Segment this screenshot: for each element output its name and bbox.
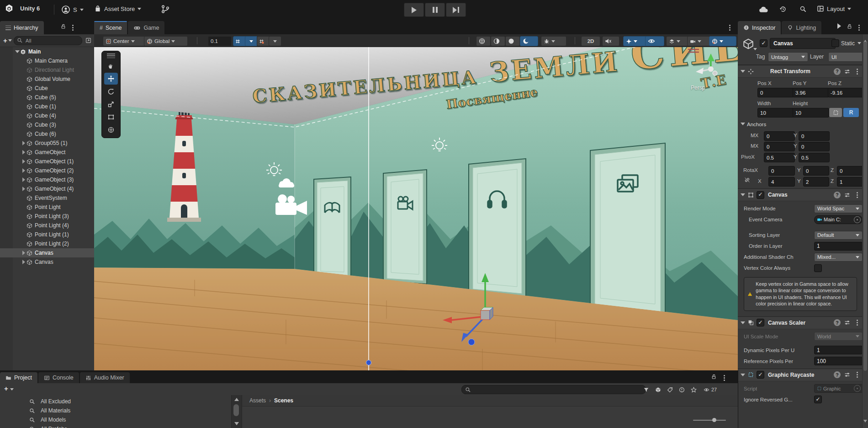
canvas-scaler-header[interactable]: ✓ Canvas Scaler ? <box>738 317 863 329</box>
foldout-icon[interactable] <box>21 168 26 173</box>
camera-settings-dropdown[interactable] <box>687 36 712 46</box>
pivot-mode-dropdown[interactable]: Center <box>103 36 147 46</box>
hidden-count-badge[interactable]: 27 <box>704 385 717 394</box>
hierarchy-search-input[interactable] <box>25 37 79 44</box>
script-object-field[interactable]: Graphic <box>814 384 863 393</box>
rotation-z-field[interactable]: 0 <box>837 166 863 176</box>
hierarchy-item[interactable]: Canvas <box>0 248 94 257</box>
active-checkbox[interactable]: ✓ <box>760 39 767 47</box>
account-menu[interactable]: S <box>61 5 84 14</box>
raw-edit-mode-button[interactable]: R <box>843 108 859 117</box>
next-tab-icon[interactable] <box>837 23 841 29</box>
shading-solid-button[interactable] <box>505 36 520 46</box>
event-camera-object-field[interactable]: Main C: <box>814 215 863 224</box>
search-by-label-icon[interactable] <box>665 385 674 394</box>
sorting-layer-dropdown[interactable]: Default <box>814 231 863 240</box>
chevron-down-icon[interactable] <box>8 39 12 42</box>
2d-toggle-button[interactable]: 2D <box>581 36 600 46</box>
hierarchy-item[interactable]: Cube <box>0 84 94 93</box>
hierarchy-item[interactable]: Cube (3) <box>0 120 94 129</box>
foldout-icon[interactable] <box>741 374 745 376</box>
pivot-y-field[interactable]: 0.5 <box>799 153 830 162</box>
rotate-tool-button[interactable] <box>104 86 118 97</box>
gizmos-dropdown[interactable] <box>709 36 736 46</box>
hierarchy-item[interactable]: Point Light (4) <box>0 221 94 230</box>
kebab-menu-icon[interactable] <box>854 318 861 327</box>
kebab-menu-icon[interactable] <box>854 67 861 76</box>
version-control-icon[interactable] <box>161 5 170 14</box>
scroll-down-icon[interactable] <box>234 422 239 425</box>
graphic-raycaster-header[interactable]: ✓ Graphic Raycaste ? <box>738 369 863 381</box>
saved-search-item[interactable]: All Prefabs <box>0 424 231 428</box>
breadcrumb-current[interactable]: Scenes <box>274 397 293 404</box>
hierarchy-item[interactable]: Cube (1) <box>0 102 94 111</box>
hierarchy-item[interactable]: Cube (5) <box>0 93 94 102</box>
kebab-menu-icon[interactable] <box>726 23 733 32</box>
lock-icon[interactable] <box>847 23 852 31</box>
hierarchy-item[interactable]: Point Light (1) <box>0 230 94 239</box>
width-field[interactable]: 10 <box>757 108 794 118</box>
foldout-icon[interactable] <box>21 259 26 265</box>
additional-shader-dropdown[interactable]: Mixed... <box>814 253 863 262</box>
scrollbar-thumb[interactable] <box>233 404 239 416</box>
scale-x-field[interactable]: 4 <box>768 177 795 187</box>
create-asset-button[interactable]: + <box>1 385 9 392</box>
saved-search-item[interactable]: All Models <box>0 415 231 424</box>
hierarchy-item[interactable]: Point Light (3) <box>0 212 94 221</box>
perspective-label[interactable]: Persp <box>691 85 705 91</box>
save-search-star-icon[interactable] <box>689 385 698 394</box>
rect-tool-button[interactable] <box>104 111 118 123</box>
lighting-toggle-button[interactable] <box>520 36 538 46</box>
search-scope-icon[interactable] <box>84 37 92 45</box>
order-in-layer-field[interactable]: 1 <box>814 242 863 251</box>
chevron-down-icon[interactable] <box>753 48 757 50</box>
favorites-scrollbar[interactable] <box>231 395 242 428</box>
search-by-type-icon[interactable] <box>641 385 651 394</box>
asset-store-menu[interactable]: Asset Store <box>94 5 141 12</box>
dynamic-pixels-field[interactable]: 1 <box>814 346 863 354</box>
kebab-menu-icon[interactable] <box>721 373 728 383</box>
tag-dropdown[interactable]: Untagg <box>768 52 808 62</box>
packages-icon[interactable] <box>653 385 662 394</box>
foldout-icon[interactable] <box>741 321 745 324</box>
ui-scale-mode-dropdown[interactable]: World <box>814 332 863 341</box>
hierarchy-item[interactable]: GameObject (3) <box>0 175 94 184</box>
presets-icon[interactable] <box>844 192 850 198</box>
tab-game[interactable]: Game <box>128 21 164 34</box>
rect-transform-header[interactable]: Rect Transform ? <box>738 65 863 78</box>
foldout-icon[interactable] <box>21 250 26 256</box>
anchor-min-y-field[interactable]: 0 <box>799 131 830 141</box>
kebab-menu-icon[interactable] <box>856 23 863 32</box>
vertex-color-checkbox[interactable] <box>814 264 822 272</box>
tab-audio-mixer[interactable]: Audio Mixer <box>80 372 130 383</box>
step-button[interactable] <box>446 3 466 17</box>
scale-tool-button[interactable] <box>104 98 118 110</box>
hierarchy-item[interactable]: Cube (6) <box>0 129 94 139</box>
project-zoom-slider[interactable] <box>693 418 726 423</box>
audio-mute-icon[interactable] <box>602 36 619 46</box>
component-enabled-checkbox[interactable]: ✓ <box>757 319 764 326</box>
pause-button[interactable] <box>425 3 445 17</box>
project-search[interactable] <box>461 385 646 394</box>
foldout-icon[interactable] <box>21 150 26 155</box>
hierarchy-item[interactable]: Main <box>0 47 94 56</box>
tab-console[interactable]: Console <box>38 372 79 383</box>
foldout-icon[interactable] <box>741 193 745 196</box>
help-icon[interactable]: ? <box>834 68 841 75</box>
tab-project[interactable]: Project <box>0 372 37 383</box>
hierarchy-item[interactable]: Global Volume <box>0 75 94 84</box>
saved-search-item[interactable]: All Materials <box>0 406 231 415</box>
blueprint-mode-button[interactable] <box>829 108 842 117</box>
grid-dropdown[interactable] <box>245 36 258 46</box>
static-checkbox[interactable] <box>831 39 839 47</box>
hierarchy-item[interactable]: GameObject <box>0 148 94 157</box>
inspector-scrollbar[interactable] <box>862 34 868 428</box>
cloud-icon[interactable] <box>758 5 769 14</box>
hierarchy-item[interactable]: EventSystem <box>0 193 94 203</box>
gameobject-name-field[interactable]: Canvas <box>770 38 836 49</box>
pivot-x-field[interactable]: 0.5 <box>764 153 795 162</box>
component-enabled-checkbox[interactable]: ✓ <box>757 371 764 379</box>
alert-icon[interactable] <box>677 385 686 394</box>
play-button[interactable] <box>404 3 424 17</box>
pos-y-field[interactable]: 3.96 <box>793 88 829 97</box>
